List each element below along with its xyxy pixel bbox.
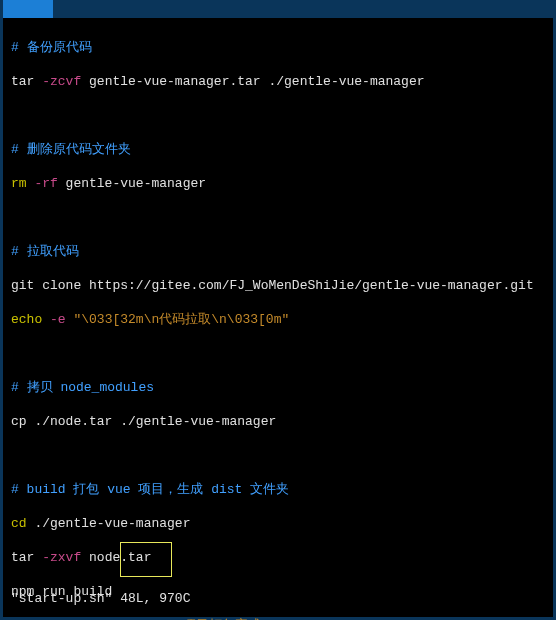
code-line: cd ./gentle-vue-manager: [11, 515, 545, 532]
tab-active[interactable]: [3, 0, 55, 18]
code-line: git clone https://gitee.com/FJ_WoMenDeSh…: [11, 277, 545, 294]
terminal-frame: # 备份原代码 tar -zcvf gentle-vue-manager.tar…: [0, 0, 556, 620]
comment: # 备份原代码: [11, 39, 545, 56]
code-line: tar -zcvf gentle-vue-manager.tar ./gentl…: [11, 73, 545, 90]
tab-strip: [3, 0, 553, 18]
vim-status-line: "start-up.sh" 48L, 970C: [11, 590, 190, 607]
terminal-viewport[interactable]: # 备份原代码 tar -zcvf gentle-vue-manager.tar…: [3, 18, 553, 620]
code-line: rm -rf gentle-vue-manager: [11, 175, 545, 192]
comment: # 删除原代码文件夹: [11, 141, 545, 158]
comment: # build 打包 vue 项目，生成 dist 文件夹: [11, 481, 545, 498]
code-line: cp ./node.tar ./gentle-vue-manager: [11, 413, 545, 430]
code-line: echo -e "\033[32m\n代码拉取\n\033[0m": [11, 311, 545, 328]
comment: # 拉取代码: [11, 243, 545, 260]
code-line: tar -zxvf node.tar: [11, 549, 545, 566]
comment: # 拷贝 node_modules: [11, 379, 545, 396]
